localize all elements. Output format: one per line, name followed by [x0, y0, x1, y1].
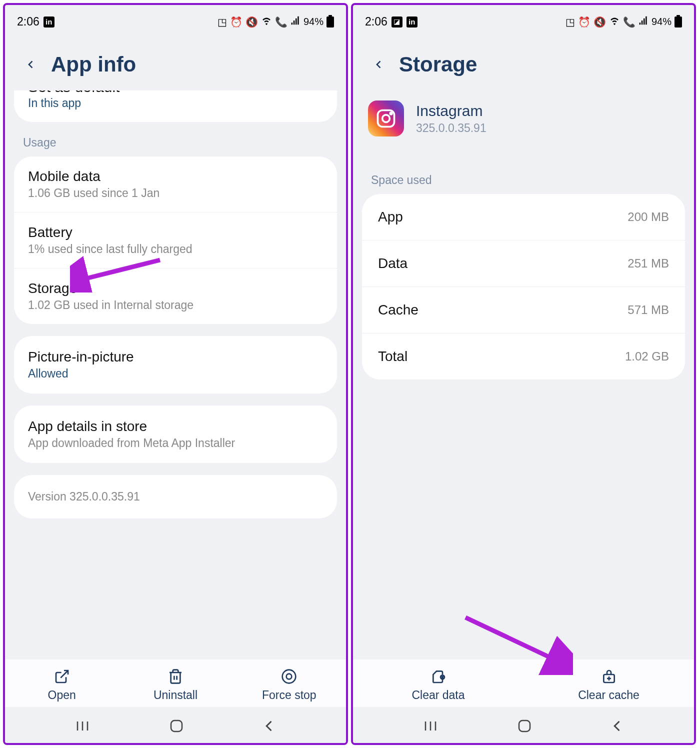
mobile-data-item[interactable]: Mobile data 1.06 GB used since 1 Jan — [14, 156, 337, 212]
status-bar: 2:06 in ◳ ⏰ 🔇 📞 94% — [5, 5, 346, 32]
signal-icon — [290, 16, 300, 28]
nav-back-button[interactable] — [610, 719, 624, 733]
status-time: 2:06 — [365, 15, 388, 28]
page-header: App info — [5, 32, 346, 90]
nav-back-button[interactable] — [262, 719, 276, 733]
linkedin-icon: in — [406, 16, 418, 28]
battery-pct: 94% — [304, 16, 324, 28]
clear-data-button[interactable]: Clear data — [353, 668, 524, 702]
signal-icon — [638, 16, 648, 28]
mute-icon: 🔇 — [594, 16, 606, 28]
uninstall-button[interactable]: Uninstall — [118, 668, 232, 702]
app-details-store-item[interactable]: App details in store App downloaded from… — [14, 406, 337, 463]
recents-button[interactable] — [422, 720, 438, 732]
right-screenshot: 2:06 ◪ in ◳ ⏰ 🔇 📞 94% Storage — [351, 3, 696, 745]
reminder-icon: ◳ — [218, 16, 227, 28]
reminder-icon: ◳ — [566, 16, 575, 28]
usage-section-header: Usage — [5, 134, 346, 156]
page-title: App info — [51, 52, 136, 76]
linkedin-icon: in — [44, 16, 54, 28]
home-button[interactable] — [170, 719, 184, 733]
battery-pct: 94% — [652, 16, 672, 28]
instagram-icon — [368, 100, 404, 136]
home-button[interactable] — [518, 719, 532, 733]
status-icons-right: ◳ ⏰ 🔇 📞 94% — [218, 15, 334, 28]
alarm-icon: ⏰ — [578, 16, 590, 28]
force-stop-button[interactable]: Force stop — [232, 668, 346, 702]
battery-icon — [674, 16, 682, 28]
svg-point-12 — [390, 112, 392, 114]
svg-line-0 — [60, 670, 68, 678]
version-item: Version 325.0.0.35.91 — [14, 475, 337, 518]
status-time: 2:06 — [17, 15, 40, 28]
recents-button[interactable] — [74, 720, 90, 732]
app-version: 325.0.0.35.91 — [416, 122, 486, 135]
page-header: Storage — [353, 32, 694, 90]
svg-rect-8 — [171, 720, 182, 732]
volte-icon: 📞 — [275, 16, 288, 28]
back-button[interactable] — [23, 56, 39, 72]
page-title: Storage — [399, 52, 477, 76]
battery-icon — [326, 16, 334, 28]
volte-icon: 📞 — [623, 16, 636, 28]
storage-row-cache: Cache 571 MB — [362, 287, 685, 334]
status-icons-right: ◳ ⏰ 🔇 📞 94% — [566, 15, 682, 28]
svg-point-11 — [382, 115, 390, 122]
picture-in-picture-item[interactable]: Picture-in-picture Allowed — [14, 336, 337, 394]
open-button[interactable]: Open — [5, 668, 118, 702]
status-bar: 2:06 ◪ in ◳ ⏰ 🔇 📞 94% — [353, 5, 694, 32]
svg-point-4 — [286, 674, 292, 680]
android-nav-bar — [353, 707, 694, 743]
space-used-header: Space used — [353, 172, 694, 194]
app-name: Instagram — [416, 102, 486, 120]
battery-item[interactable]: Battery 1% used since last fully charged — [14, 212, 337, 268]
storage-item[interactable]: Storage 1.02 GB used in Internal storage — [14, 268, 337, 324]
picture-notification-icon: ◪ — [392, 16, 402, 28]
set-as-default-item[interactable]: Set as default In this app — [14, 90, 337, 122]
storage-row-total: Total 1.02 GB — [362, 334, 685, 380]
left-screenshot: 2:06 in ◳ ⏰ 🔇 📞 94% App info Set as def — [3, 3, 348, 745]
bottom-action-bar: Clear data Clear cache — [353, 660, 694, 707]
storage-row-app: App 200 MB — [362, 194, 685, 240]
alarm-icon: ⏰ — [230, 16, 242, 28]
wifi-icon — [609, 15, 620, 28]
clear-cache-button[interactable]: Clear cache — [524, 668, 694, 702]
svg-point-3 — [282, 670, 296, 684]
back-button[interactable] — [371, 56, 387, 72]
space-used-card: App 200 MB Data 251 MB Cache 571 MB Tota… — [362, 194, 685, 380]
mute-icon: 🔇 — [246, 16, 258, 28]
android-nav-bar — [5, 707, 346, 743]
svg-rect-20 — [519, 720, 530, 732]
app-header-row: Instagram 325.0.0.35.91 — [353, 90, 694, 152]
bottom-action-bar: Open Uninstall Force stop — [5, 660, 346, 707]
set-default-sub: In this app — [28, 96, 323, 110]
wifi-icon — [261, 15, 272, 28]
storage-row-data: Data 251 MB — [362, 240, 685, 287]
